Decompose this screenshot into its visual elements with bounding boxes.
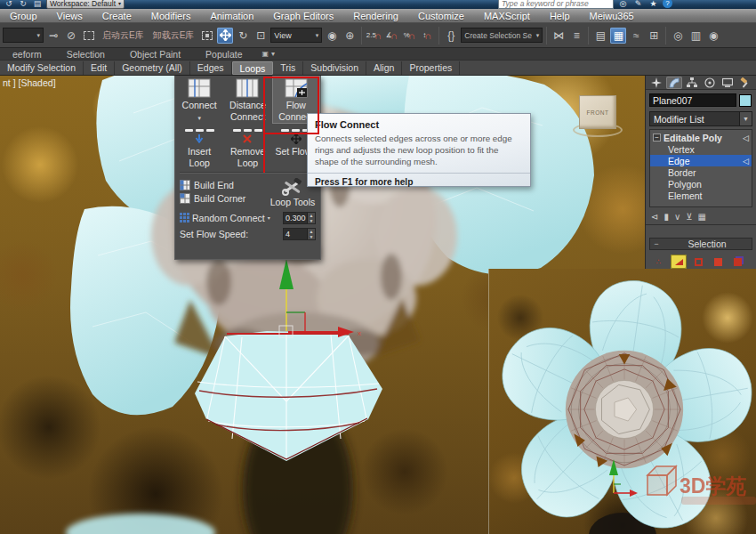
selection-filter-dropdown[interactable]: ▾ [3,28,44,43]
subtab-tris[interactable]: Tris [273,61,303,75]
object-color-swatch[interactable] [739,94,752,107]
select-and-scale-icon[interactable]: ⊡ [253,28,269,44]
stack-row-border[interactable]: Border [650,166,752,178]
workspace-dropdown[interactable]: Workspace: Default ▾ [46,0,125,9]
open-file-icon[interactable]: ▤ [32,0,43,8]
schematic-view-icon[interactable]: ⊞ [646,28,662,44]
align-icon[interactable]: ≡ [568,28,584,44]
viewcube[interactable]: FRONT [575,93,621,143]
remove-modifier-icon[interactable]: ⊻ [686,212,692,222]
search-icon[interactable]: ◎ [617,0,629,8]
render-setup-icon[interactable]: ◎ [670,28,686,44]
viewport-label[interactable]: nt ] [Shaded] [3,77,56,88]
stack-row-polygon[interactable]: Polygon [650,178,752,190]
subtab-edges[interactable]: Edges [190,61,232,75]
subtab-geometry-all[interactable]: Geometry (All) [115,61,190,75]
tab-object-paint[interactable]: Object Paint [117,49,193,60]
menu-meiwu365[interactable]: Meiwu365 [580,11,644,21]
menu-graph-editors[interactable]: Graph Editors [263,11,343,21]
cloud-launch-button[interactable]: 启动云E库 [99,29,148,42]
hierarchy-tab-icon[interactable] [684,77,700,89]
select-and-manipulate-icon[interactable]: ⊕ [342,28,358,44]
subtab-properties[interactable]: Properties [402,61,460,75]
graphite-ribbon-toggle-icon[interactable]: ▦ [610,28,626,44]
menu-help[interactable]: Help [540,11,580,21]
rect-selection-region-icon[interactable] [81,28,97,44]
subtab-loops[interactable]: Loops [232,61,274,75]
stack-row-editable-poly[interactable]: − Editable Poly ◁ [650,132,752,143]
insert-loop-button[interactable]: Insert Loop [175,124,223,170]
menu-create[interactable]: Create [92,11,141,21]
redo-icon[interactable]: ↻ [18,0,28,8]
select-and-move-icon[interactable] [217,28,233,44]
build-end-button[interactable]: Build End [180,180,269,190]
utilities-tab-icon[interactable] [737,77,753,89]
cloud-unload-button[interactable]: 卸载云E库 [149,29,198,42]
set-flow-speed-spinner[interactable]: 4 ▲▼ [283,228,316,240]
collapse-icon[interactable]: − [653,134,661,142]
named-selection-sets-icon[interactable]: {} [443,28,459,44]
stack-row-edge[interactable]: Edge ◁ [650,155,752,166]
menu-views[interactable]: Views [47,11,92,21]
infocenter-search-input[interactable] [498,0,614,9]
rendered-frame-window-icon[interactable]: ▥ [688,28,704,44]
tab-selection[interactable]: Selection [54,49,117,60]
modifier-list-dropdown[interactable]: Modifier List ▼ [649,111,752,126]
display-tab-icon[interactable] [720,77,736,89]
subtab-align[interactable]: Align [366,61,402,75]
menu-maxscript[interactable]: MAXScript [474,11,540,21]
layer-manager-icon[interactable]: ▤ [592,28,608,44]
edge-mode-button[interactable] [671,255,687,269]
modify-tab-icon[interactable] [666,77,682,89]
menu-group[interactable]: Group [0,11,47,21]
menu-customize[interactable]: Customize [408,11,474,21]
subtab-edit[interactable]: Edit [84,61,115,75]
stack-row-vertex[interactable]: Vertex [650,143,752,155]
create-selection-set-dropdown[interactable]: Create Selection Se ▾ [461,28,543,43]
make-unique-icon[interactable]: ∨ [674,212,680,222]
spin-down-icon[interactable]: ▼ [308,218,315,223]
render-production-icon[interactable]: ◉ [705,28,721,44]
snap-toggle-icon[interactable]: 2.5∩ [366,28,382,44]
sign-in-icon[interactable]: ✎ [632,0,644,8]
use-pivot-center-icon[interactable]: ◉ [324,28,340,44]
build-corner-button[interactable]: Build Corner [180,193,269,204]
element-mode-button[interactable] [729,255,745,269]
border-mode-button[interactable] [690,255,706,269]
select-and-link-icon[interactable]: ⊸ [45,28,61,44]
menu-modifiers[interactable]: Modifiers [141,11,201,21]
menu-animation[interactable]: Animation [200,11,263,21]
show-end-result-icon[interactable]: ▮ [664,212,669,222]
ribbon-minimize-button[interactable]: ▣ ▾ [262,50,276,58]
unlink-selection-icon[interactable]: ⊘ [63,28,79,44]
polygon-mode-button[interactable] [710,255,726,269]
help-icon[interactable]: ? [663,0,672,8]
subtab-modify-selection[interactable]: Modify Selection [0,61,84,75]
mirror-icon[interactable]: ⋈ [551,28,567,44]
random-connect-button[interactable]: Random Connect [192,213,265,223]
motion-tab-icon[interactable] [702,77,718,89]
create-tab-icon[interactable] [648,77,664,89]
curve-editor-icon[interactable]: ≈ [628,28,644,44]
object-name-field[interactable] [649,93,736,107]
vertex-mode-button[interactable]: ∴ [651,255,667,269]
subtab-subdivision[interactable]: Subdivision [303,61,366,75]
select-object-icon[interactable] [199,28,215,44]
favorites-star-icon[interactable]: ★ [647,0,659,8]
spinner-snap-icon[interactable]: ↕∩ [419,28,435,44]
selection-rollout-header[interactable]: − Selection [649,238,752,250]
undo-icon[interactable]: ↺ [4,0,14,8]
tab-freeform[interactable]: eeform [0,49,54,60]
pin-stack-icon[interactable]: ⊲ [651,212,658,222]
configure-modifier-sets-icon[interactable]: ▦ [698,212,706,222]
reference-coordinate-dropdown[interactable]: View ▾ [270,28,322,43]
select-and-rotate-icon[interactable]: ↻ [235,28,251,44]
connect-button[interactable]: Connect▼ [175,76,223,124]
random-connect-spinner[interactable]: 0.300 ▲▼ [283,212,316,224]
angle-snap-icon[interactable]: ∡∩ [383,28,399,44]
tab-populate[interactable]: Populate [193,49,254,60]
spin-down-icon[interactable]: ▼ [308,234,315,239]
stack-row-element[interactable]: Element [650,190,752,201]
menu-rendering[interactable]: Rendering [343,11,408,21]
percent-snap-icon[interactable]: %∩ [401,28,417,44]
